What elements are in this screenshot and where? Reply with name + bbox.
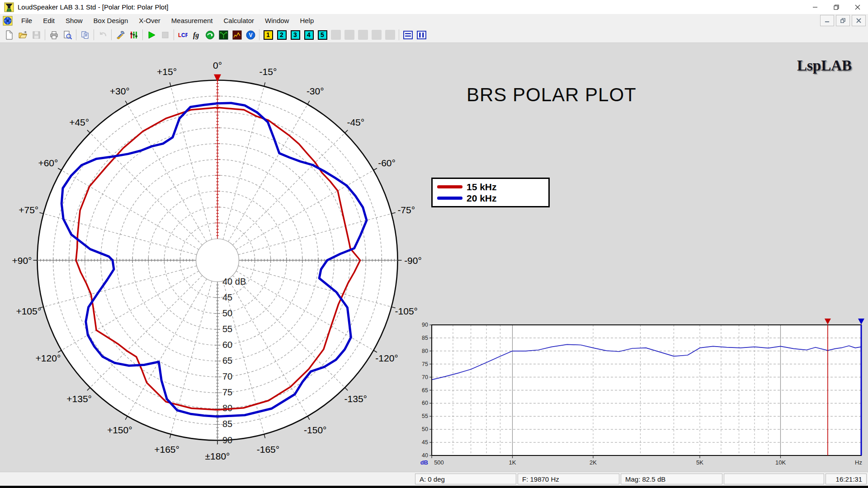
svg-text:45: 45 bbox=[422, 439, 428, 446]
svg-text:0°: 0° bbox=[213, 60, 222, 70]
svg-text:+45°: +45° bbox=[69, 117, 89, 127]
close-button[interactable] bbox=[847, 0, 868, 14]
svg-text:50: 50 bbox=[422, 426, 428, 432]
svg-text:85: 85 bbox=[222, 419, 232, 429]
plot-canvas: 0°+15°+30°+45°+60°+75°+90°+105°+120°+135… bbox=[0, 0, 868, 488]
mdi-minimize-button[interactable] bbox=[820, 15, 834, 26]
svg-text:-30°: -30° bbox=[307, 86, 324, 96]
svg-text:+150°: +150° bbox=[107, 425, 132, 435]
toolbar-memory-4[interactable]: 4 bbox=[302, 28, 316, 41]
toolbar-spectrum-analyzer[interactable] bbox=[230, 28, 244, 41]
svg-text:fg: fg bbox=[193, 31, 199, 39]
toolbar-memory-2[interactable]: 2 bbox=[275, 28, 288, 41]
svg-text:40: 40 bbox=[422, 452, 428, 459]
legend-label: 20 kHz bbox=[467, 193, 497, 204]
svg-text:V: V bbox=[249, 32, 252, 38]
toolbar-stop-measurement bbox=[158, 28, 172, 41]
freq-x-axis-labels: 5001K2K5K10KdBHz bbox=[420, 455, 862, 466]
svg-text:-15°: -15° bbox=[259, 66, 277, 77]
svg-text:+120°: +120° bbox=[36, 353, 61, 363]
svg-text:+90°: +90° bbox=[12, 255, 32, 266]
toolbar-start-measurement[interactable] bbox=[145, 28, 158, 41]
toolbar-impedance-meter[interactable] bbox=[203, 28, 217, 41]
menu-window[interactable]: Window bbox=[259, 14, 294, 27]
status-spare bbox=[724, 474, 824, 484]
svg-text:2K: 2K bbox=[590, 459, 597, 466]
status-bar: A: 0 degF: 19870 HzMag: 82.5 dB16:21:31 bbox=[0, 472, 868, 486]
toolbar-memory-6 bbox=[329, 28, 343, 41]
toolbar-levels[interactable] bbox=[127, 28, 141, 41]
toolbar-memory-1[interactable]: 1 bbox=[261, 28, 275, 41]
minimize-button[interactable] bbox=[804, 0, 826, 14]
toolbar-copy[interactable] bbox=[78, 28, 92, 41]
toolbar-separator bbox=[111, 29, 112, 40]
svg-text:+75°: +75° bbox=[19, 205, 38, 215]
toolbar-signal-generator[interactable]: fg bbox=[189, 28, 203, 41]
toolbar-vu-meter[interactable]: V bbox=[244, 28, 257, 41]
svg-text:-150°: -150° bbox=[304, 425, 326, 435]
svg-text:±180°: ±180° bbox=[205, 451, 230, 461]
svg-text:500: 500 bbox=[434, 459, 444, 466]
toolbar-memory-10 bbox=[383, 28, 397, 41]
svg-text:+15°: +15° bbox=[157, 66, 177, 77]
menu-file[interactable]: File bbox=[16, 14, 38, 27]
menu-x-over[interactable]: X-Over bbox=[133, 14, 166, 27]
freq-y-unit-label: dB bbox=[420, 459, 428, 466]
menu-measurement[interactable]: Measurement bbox=[166, 14, 218, 27]
freq-y-axis-labels: 4045505560657075808590 bbox=[422, 322, 432, 459]
svg-text:90: 90 bbox=[222, 435, 232, 445]
toolbar-lcr-meter[interactable]: LCR bbox=[176, 28, 189, 41]
toolbar-open-file[interactable] bbox=[16, 28, 29, 41]
svg-text:10K: 10K bbox=[775, 459, 786, 466]
svg-text:75: 75 bbox=[422, 361, 428, 367]
toolbar-new-file[interactable] bbox=[2, 28, 16, 41]
toolbar-memory-7 bbox=[343, 28, 356, 41]
menu-bar: FileEditShowBox DesignX-OverMeasurementC… bbox=[0, 14, 868, 27]
freq-cursor-marker-15000[interactable] bbox=[825, 319, 831, 324]
toolbar-memory-3[interactable]: 3 bbox=[288, 28, 302, 41]
svg-text:-105°: -105° bbox=[395, 306, 418, 316]
toolbar-print-preview[interactable] bbox=[61, 28, 74, 41]
legend-color-line bbox=[437, 185, 462, 188]
toolbar-separator bbox=[76, 29, 76, 40]
toolbar-mls-analyzer[interactable] bbox=[217, 28, 230, 41]
legend-label: 15 kHz bbox=[467, 182, 497, 192]
svg-text:50: 50 bbox=[222, 308, 232, 318]
svg-text:+60°: +60° bbox=[38, 158, 58, 168]
svg-text:60: 60 bbox=[422, 400, 428, 406]
svg-text:-90°: -90° bbox=[404, 255, 422, 266]
toolbar-separator bbox=[174, 29, 174, 40]
svg-text:90: 90 bbox=[422, 322, 428, 328]
window-title: LoudSpeaker LAB 3.1 Std - [Polar Plot: P… bbox=[18, 3, 169, 11]
mdi-restore-button[interactable] bbox=[836, 15, 850, 26]
legend-box[interactable]: 15 kHz20 kHz bbox=[431, 178, 550, 207]
svg-text:65: 65 bbox=[422, 387, 428, 394]
toolbar-tile-horizontal[interactable] bbox=[401, 28, 415, 41]
freq-response-chart[interactable]: 40455055606570758085905001K2K5K10KdBHz bbox=[420, 319, 864, 466]
freq-cursor-marker-20000[interactable] bbox=[858, 319, 864, 324]
svg-text:+135°: +135° bbox=[66, 394, 92, 404]
svg-text:55: 55 bbox=[422, 413, 428, 419]
menu-edit[interactable]: Edit bbox=[38, 14, 60, 27]
menu-box-design[interactable]: Box Design bbox=[88, 14, 134, 27]
status-frequency: F: 19870 Hz bbox=[518, 474, 619, 484]
plot-title: BRS POLAR PLOT bbox=[467, 84, 637, 106]
menu-help[interactable]: Help bbox=[294, 14, 319, 27]
menu-calculator[interactable]: Calculator bbox=[218, 14, 260, 27]
toolbar-memory-5[interactable]: 5 bbox=[316, 28, 329, 41]
menu-show[interactable]: Show bbox=[60, 14, 88, 27]
restore-button[interactable] bbox=[826, 0, 847, 14]
mdi-close-button[interactable] bbox=[852, 15, 866, 26]
svg-text:-60°: -60° bbox=[378, 158, 396, 168]
toolbar-tile-vertical[interactable] bbox=[415, 28, 428, 41]
window-bottom-edge bbox=[0, 486, 868, 488]
svg-text:-135°: -135° bbox=[344, 394, 367, 404]
svg-text:+105°: +105° bbox=[16, 306, 41, 316]
svg-text:+30°: +30° bbox=[110, 86, 130, 96]
toolbar-print[interactable] bbox=[47, 28, 61, 41]
status-clock: 16:21:31 bbox=[826, 474, 867, 484]
svg-text:-165°: -165° bbox=[257, 444, 279, 455]
document-icon bbox=[3, 16, 13, 26]
toolbar-tools[interactable] bbox=[113, 28, 127, 41]
svg-text:60: 60 bbox=[222, 340, 232, 350]
